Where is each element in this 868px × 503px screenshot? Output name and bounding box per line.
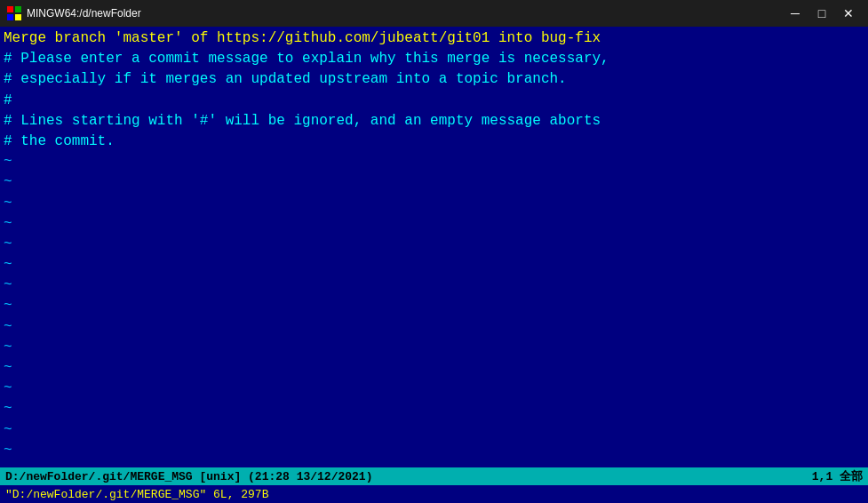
status-bar-primary: D:/newFolder/.git/MERGE_MSG [unix] (21:2… xyxy=(0,467,868,485)
editor-line: ~ xyxy=(4,379,864,399)
editor-line: ~ xyxy=(4,317,864,338)
editor-line: ~ xyxy=(4,194,864,214)
editor-line: ~ xyxy=(4,358,864,379)
close-button[interactable]: ✕ xyxy=(836,4,861,22)
svg-rect-1 xyxy=(15,6,21,12)
editor-line: ~ xyxy=(4,399,864,419)
title-bar-controls: ─ □ ✕ xyxy=(783,4,861,22)
editor-line: # Please enter a commit message to expla… xyxy=(4,49,864,69)
title-bar: MINGW64:/d/newFolder ─ □ ✕ xyxy=(0,0,868,27)
mingw-icon xyxy=(7,6,21,20)
editor-line: # the commit. xyxy=(4,132,864,152)
editor-line: ~ xyxy=(4,275,864,296)
editor-line: ~ xyxy=(4,461,864,467)
editor-line: ~ xyxy=(4,152,864,172)
editor-line: ~ xyxy=(4,296,864,316)
editor-line: Merge branch 'master' of https://github.… xyxy=(4,28,864,49)
svg-rect-2 xyxy=(7,14,13,20)
window-title: MINGW64:/d/newFolder xyxy=(27,7,141,20)
editor-line: ~ xyxy=(4,441,864,461)
editor-line: # especially if it merges an updated ups… xyxy=(4,69,864,90)
editor-line: ~ xyxy=(4,420,864,441)
svg-rect-0 xyxy=(7,6,13,12)
editor-line: ~ xyxy=(4,338,864,358)
status-file-detail: "D:/newFolder/.git/MERGE_MSG" 6L, 297B xyxy=(5,488,268,501)
editor-line: # Lines starting with '#' will be ignore… xyxy=(4,111,864,132)
editor-line: ~ xyxy=(4,235,864,255)
editor-line: # xyxy=(4,91,864,111)
editor-line: ~ xyxy=(4,255,864,275)
editor-line: ~ xyxy=(4,172,864,193)
title-bar-left: MINGW64:/d/newFolder xyxy=(7,6,141,20)
maximize-button[interactable]: □ xyxy=(809,4,834,22)
editor-line: ~ xyxy=(4,214,864,235)
minimize-button[interactable]: ─ xyxy=(783,4,808,22)
editor-area: Merge branch 'master' of https://github.… xyxy=(0,27,868,467)
status-bar-secondary: "D:/newFolder/.git/MERGE_MSG" 6L, 297B xyxy=(0,485,868,503)
svg-rect-3 xyxy=(15,14,21,20)
status-file-info: D:/newFolder/.git/MERGE_MSG [unix] (21:2… xyxy=(5,470,372,483)
editor-content[interactable]: Merge branch 'master' of https://github.… xyxy=(0,27,868,467)
status-position: 1,1 全部 xyxy=(812,468,863,484)
